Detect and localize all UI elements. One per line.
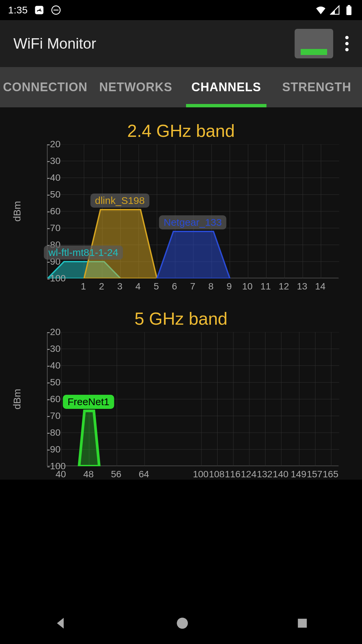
signal-indicator-button[interactable] — [295, 29, 333, 58]
xtick: 13 — [297, 281, 307, 292]
network-label[interactable]: Netgear_133 — [159, 215, 226, 229]
ylabel-24ghz: dBm — [11, 201, 23, 222]
overflow-menu-button[interactable] — [345, 36, 349, 51]
xtick: 48 — [83, 469, 94, 480]
network-label[interactable]: FreeNet1 — [63, 395, 114, 409]
xtick: 140 — [273, 469, 289, 480]
xtick: 165 — [323, 469, 339, 480]
status-right — [316, 5, 354, 15]
xtick: 56 — [111, 469, 121, 480]
xtick: 1 — [81, 281, 86, 292]
status-left: 1:35 — [8, 4, 61, 16]
xtick: 157 — [307, 469, 322, 480]
xtick: 10 — [242, 281, 253, 292]
battery-icon — [344, 5, 354, 15]
network-shape — [157, 231, 230, 278]
wifi-icon — [316, 5, 326, 15]
back-button[interactable] — [53, 615, 69, 633]
home-button[interactable] — [175, 616, 190, 632]
svg-rect-4 — [347, 6, 352, 15]
status-bar: 1:35 — [0, 0, 362, 20]
xtick: 7 — [190, 281, 195, 292]
xtick: 5 — [154, 281, 159, 292]
app-bar: WiFi Monitor — [0, 20, 362, 67]
tab-channels[interactable]: CHANNELS — [181, 67, 272, 107]
xtick: 64 — [139, 469, 149, 480]
svg-point-51 — [177, 618, 188, 629]
navigation-bar — [0, 604, 362, 644]
xtick: 4 — [135, 281, 141, 292]
svg-rect-52 — [298, 619, 307, 628]
tab-strength[interactable]: STRENGTH — [272, 67, 362, 107]
xtick: 108 — [209, 469, 225, 480]
network-label[interactable]: wl-ftl-mt81-1-24 — [44, 246, 123, 260]
network-shape — [79, 411, 99, 466]
network-label[interactable]: dlink_S198 — [90, 194, 149, 208]
tab-connection[interactable]: CONNECTION — [0, 67, 90, 107]
tab-networks[interactable]: NETWORKS — [90, 67, 181, 107]
app-bar-actions — [295, 29, 349, 58]
xtick: 124 — [241, 469, 256, 480]
recent-button[interactable] — [296, 616, 309, 631]
xtick: 132 — [257, 469, 273, 480]
xtick: 3 — [117, 281, 123, 292]
xtick: 40 — [56, 469, 66, 480]
xtick: 6 — [172, 281, 177, 292]
xtick: 116 — [225, 469, 241, 480]
app-title: WiFi Monitor — [13, 35, 96, 52]
xtick: 100 — [193, 469, 208, 480]
chart-24ghz: dBm -20-30-40-50-60-70-80-90-100wl-ftl-m… — [20, 144, 362, 278]
xtick: 12 — [279, 281, 289, 292]
xtick: 2 — [99, 281, 104, 292]
tab-bar: CONNECTION NETWORKS CHANNELS STRENGTH — [0, 67, 362, 107]
svg-rect-5 — [348, 5, 350, 6]
status-time: 1:35 — [8, 4, 27, 16]
xtick: 11 — [260, 281, 271, 292]
section-title-24ghz: 2.4 GHz band — [0, 121, 362, 141]
speedtest-icon — [34, 5, 44, 15]
xtick: 8 — [208, 281, 214, 292]
section-title-5ghz: 5 GHz band — [0, 309, 362, 329]
chart-5ghz: dBm -20-30-40-50-60-70-80-90-100FreeNet1… — [20, 332, 362, 466]
xtick: 14 — [315, 281, 325, 292]
ylabel-5ghz: dBm — [11, 389, 23, 410]
xtick: 149 — [291, 469, 306, 480]
content-area[interactable]: 2.4 GHz band dBm -20-30-40-50-60-70-80-9… — [0, 107, 362, 480]
cell-signal-icon — [330, 5, 340, 15]
xtick: 9 — [227, 281, 232, 292]
dnd-icon — [51, 5, 61, 15]
network-shape — [84, 210, 157, 278]
